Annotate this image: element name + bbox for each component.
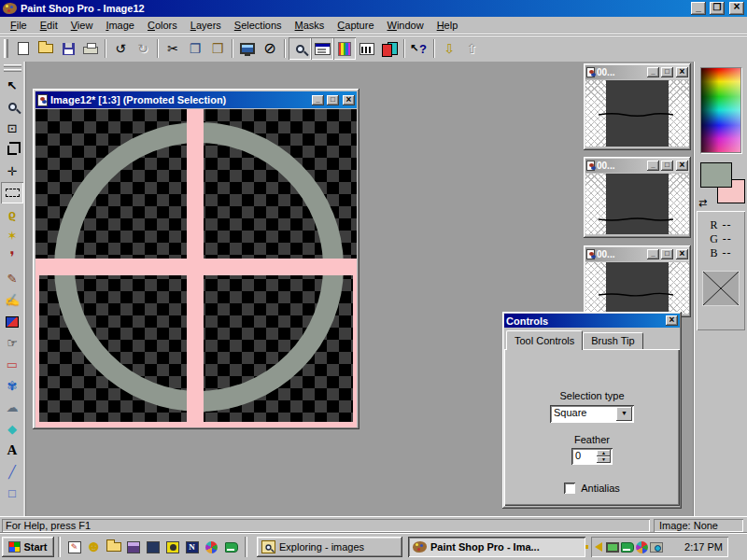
pinwheel-tray-icon[interactable] <box>636 541 648 553</box>
restore-button[interactable]: ❐ <box>710 2 725 15</box>
image-close-button[interactable]: × <box>343 95 355 105</box>
mover-tool-button[interactable]: ✛ <box>1 161 23 182</box>
swap-colors-icon[interactable]: ⇄ <box>698 198 707 207</box>
paintbrush-tool-button[interactable]: ✎ <box>1 268 23 289</box>
clone-brush-tool-button[interactable]: ✍ <box>1 289 23 311</box>
retouch-tool-button[interactable]: ☞ <box>1 332 23 354</box>
redo-button[interactable]: ↻ <box>132 37 154 60</box>
controls-close-button[interactable]: × <box>666 315 678 326</box>
eraser-tool-button[interactable]: ▭ <box>1 354 23 375</box>
clock[interactable]: 2:17 PM <box>684 541 725 553</box>
thumbnail-canvas[interactable] <box>585 262 689 314</box>
quicklaunch-netscape[interactable]: N <box>183 539 201 556</box>
antialias-checkbox[interactable] <box>564 483 575 494</box>
palette-grip[interactable] <box>4 64 21 67</box>
foreground-color-swatch[interactable] <box>700 162 732 188</box>
palette-grip[interactable] <box>4 69 21 72</box>
paste-button[interactable]: ❒ <box>206 37 229 60</box>
spin-up-button[interactable]: ▲ <box>597 450 611 456</box>
toolbar-grip[interactable] <box>4 39 8 58</box>
menu-help[interactable]: Help <box>430 18 465 33</box>
menu-file[interactable]: File <box>4 18 34 33</box>
histogram-window-button[interactable] <box>356 37 378 60</box>
thumbnail-maximize-button[interactable]: □ <box>661 67 673 77</box>
selection-type-dropdown[interactable]: Square ▼ <box>550 405 634 423</box>
thumbnail-maximize-button[interactable]: □ <box>661 161 673 171</box>
menu-image[interactable]: Image <box>99 18 141 33</box>
image-canvas[interactable] <box>35 109 357 427</box>
text-tool-button[interactable]: A <box>1 440 23 461</box>
menu-colors[interactable]: Colors <box>141 18 184 33</box>
tab-brush-tip[interactable]: Brush Tip <box>583 332 642 349</box>
save-button[interactable] <box>57 37 79 60</box>
thumbnail-close-button[interactable]: × <box>676 249 688 259</box>
image-maximize-button[interactable]: □ <box>327 95 339 105</box>
thumbnail-titlebar[interactable]: 00... _ □ × <box>585 159 689 173</box>
quicklaunch-smiley[interactable]: ☻ <box>85 539 103 556</box>
speaker-icon[interactable] <box>595 542 602 552</box>
quicklaunch-wheel[interactable] <box>163 539 181 556</box>
menu-capture[interactable]: Capture <box>331 18 380 33</box>
selection-tool-button[interactable] <box>1 182 23 203</box>
thumbnail-maximize-button[interactable]: □ <box>661 249 673 259</box>
layer-palette-button[interactable] <box>378 37 401 60</box>
menu-masks[interactable]: Masks <box>289 18 331 33</box>
cut-button[interactable]: ✂ <box>162 37 184 60</box>
menu-selections[interactable]: Selections <box>228 18 289 33</box>
quicklaunch-folder[interactable] <box>105 539 122 556</box>
deformation-tool-button[interactable]: ⊡ <box>1 118 23 139</box>
task-button-paint-shop-pro[interactable]: Paint Shop Pro - Ima... <box>408 537 585 557</box>
shape-tool-button[interactable]: □ <box>1 483 23 504</box>
display-tray-icon[interactable] <box>606 542 619 553</box>
new-button[interactable] <box>12 37 35 60</box>
flood-fill-tool-button[interactable]: ◆ <box>1 418 23 440</box>
zoom-tool-button[interactable] <box>1 96 23 118</box>
airbrush-tool-button[interactable]: ☁ <box>1 397 23 418</box>
decrease-color-depth-button[interactable]: ⇩ <box>438 37 460 60</box>
controls-titlebar[interactable]: Controls × <box>504 314 680 328</box>
print-button[interactable] <box>79 37 102 60</box>
camera-tray-icon[interactable] <box>650 542 663 553</box>
image-minimize-button[interactable]: _ <box>312 95 324 105</box>
quicklaunch-journal[interactable]: ✎ <box>65 539 83 556</box>
increase-color-depth-button[interactable]: ⇧ <box>460 37 483 60</box>
undo-button[interactable]: ↺ <box>109 37 132 60</box>
normal-viewing-button[interactable]: ⊘ <box>259 37 281 60</box>
thumbnail-minimize-button[interactable]: _ <box>647 249 659 259</box>
book-tray-icon[interactable] <box>621 542 634 553</box>
color-replacer-tool-button[interactable] <box>1 311 23 332</box>
thumbnail-titlebar[interactable]: 00... _ □ × <box>585 247 689 261</box>
minimize-button[interactable]: _ <box>691 2 706 15</box>
quicklaunch-pinwheel[interactable] <box>203 539 220 556</box>
copy-button[interactable]: ❐ <box>184 37 206 60</box>
magic-wand-tool-button[interactable]: ✶ <box>1 225 23 246</box>
open-button[interactable] <box>35 37 57 60</box>
app-titlebar[interactable]: Paint Shop Pro - Image12 _ ❐ × <box>0 0 747 17</box>
feather-spinner[interactable]: 0 ▲ ▼ <box>571 448 613 465</box>
thumbnail-canvas[interactable] <box>585 80 689 147</box>
menu-window[interactable]: Window <box>381 18 430 33</box>
start-button[interactable]: Start <box>2 537 54 557</box>
spin-down-button[interactable]: ▼ <box>597 456 611 463</box>
picture-tube-tool-button[interactable]: ✾ <box>1 375 23 397</box>
arrow-tool-button[interactable]: ↖ <box>1 75 23 96</box>
thumbnail-close-button[interactable]: × <box>676 67 688 77</box>
task-button-exploring[interactable]: Exploring - images <box>257 537 402 557</box>
color-picker-gradient[interactable] <box>700 67 741 153</box>
quicklaunch-picture[interactable] <box>124 539 142 556</box>
dropper-tool-button[interactable]: ❜ <box>1 246 23 268</box>
thumbnail-minimize-button[interactable]: _ <box>647 67 659 77</box>
tab-tool-controls[interactable]: Tool Controls <box>506 330 583 350</box>
thumbnail-minimize-button[interactable]: _ <box>647 161 659 171</box>
line-tool-button[interactable]: ╱ <box>1 461 23 483</box>
image-window-titlebar[interactable]: Image12* [1:3] (Promoted Selection) _ □ … <box>35 91 357 108</box>
toggle-color-palette-button[interactable] <box>333 37 356 60</box>
thumbnail-titlebar[interactable]: 00... _ □ × <box>585 65 689 79</box>
crop-tool-button[interactable] <box>1 139 23 161</box>
toggle-tool-palette-button[interactable] <box>289 37 311 60</box>
menu-layers[interactable]: Layers <box>184 18 228 33</box>
menu-view[interactable]: View <box>64 18 100 33</box>
quicklaunch-game[interactable] <box>144 539 162 556</box>
full-screen-preview-button[interactable] <box>236 37 259 60</box>
context-help-button[interactable]: ? <box>408 37 430 60</box>
